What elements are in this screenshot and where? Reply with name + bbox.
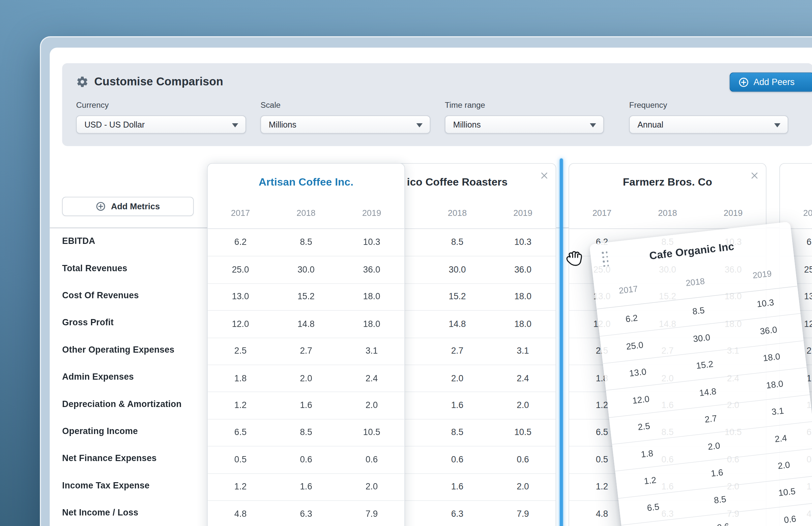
- peer-card-title: Farmerz Bros. Co: [569, 176, 766, 188]
- value-row: 6.58.510.5: [208, 419, 404, 446]
- value-cell: 36.0: [490, 265, 556, 275]
- value-cell: 1.6: [683, 464, 751, 482]
- grab-hand-cursor-icon: [563, 247, 585, 270]
- value-cell: 18.0: [490, 319, 556, 329]
- value-cell: 7.9: [339, 509, 404, 519]
- value-row: 2.52.73.1: [208, 337, 404, 365]
- value-row: 1.21.62.0: [208, 392, 404, 419]
- peer-card-title: Artisan Coffee Inc.: [208, 176, 404, 188]
- value-row: 13.015.218.0: [208, 283, 404, 310]
- year-label: 2017: [569, 208, 635, 218]
- metric-label: Admin Expenses: [50, 364, 221, 391]
- value-cell: 2.7: [677, 410, 745, 428]
- value-cell: 4.8: [208, 509, 273, 519]
- value-cell: 15.2: [273, 292, 339, 302]
- value-cell: 7.9: [490, 509, 556, 519]
- value-cell: 14.8: [674, 384, 742, 401]
- value-cell: 18.0: [738, 349, 806, 367]
- value-cell: 1.8: [613, 445, 681, 463]
- peer-card[interactable]: Artisan Coffee Inc.2017201820196.28.510.…: [207, 163, 405, 526]
- value-cell: 0.6: [273, 454, 339, 465]
- year-header-row: 201720182019: [208, 208, 404, 218]
- value-cell: 6.2: [208, 237, 273, 248]
- year-label: 2017: [594, 281, 662, 298]
- value-row: 0.50.60.6: [208, 446, 404, 473]
- close-icon[interactable]: [750, 171, 759, 180]
- year-label: 2018: [662, 274, 729, 291]
- value-cell: 10.5: [339, 427, 404, 438]
- value-cell: 2.0: [339, 400, 404, 411]
- value-row: 12.014.818.0: [208, 310, 404, 337]
- metric-labels-column: EBITDATotal RevenuesCost Of RevenuesGros…: [50, 228, 221, 526]
- value-cell: 0.6: [339, 454, 404, 465]
- value-cell: 14.8: [273, 319, 339, 329]
- value-cell: 13.0: [208, 292, 273, 302]
- value-cell: 18.0: [339, 292, 404, 302]
- value-cell: 2.0: [339, 482, 404, 492]
- value-cell: 18.0: [339, 319, 404, 329]
- value-cell: 12.0: [208, 319, 273, 329]
- value-cell: 18.0: [490, 292, 556, 302]
- value-cell: 8.5: [273, 427, 339, 438]
- app-window: Customise Comparison Add Peers Currency …: [50, 48, 812, 526]
- value-cell: 25.0: [601, 337, 669, 355]
- metric-label: EBITDA: [50, 228, 221, 255]
- close-icon[interactable]: [539, 171, 549, 180]
- value-cell: 3.1: [744, 403, 812, 421]
- value-cell: 2.0: [490, 400, 556, 411]
- value-cell: 10.5: [753, 484, 812, 502]
- screen: Customise Comparison Add Peers Currency …: [0, 0, 812, 526]
- value-cell: 36.0: [339, 265, 404, 275]
- value-cell: 8.5: [424, 237, 490, 248]
- peer-card-header[interactable]: Artisan Coffee Inc.201720182019: [208, 164, 404, 229]
- value-cell: 1.6: [273, 400, 339, 411]
- value-row: 4.86.37.9: [208, 500, 404, 526]
- value-cell: 1.2: [208, 482, 273, 492]
- value-cell: 6.5: [208, 427, 273, 438]
- value-cell: 2.4: [490, 373, 556, 383]
- peer-card[interactable]: Cafe Organic Inc2017201820196.28.510.325…: [589, 221, 812, 526]
- metric-label: Other Operating Expenses: [50, 336, 221, 364]
- year-label: 2018: [424, 208, 490, 218]
- value-row: 6.28.510.3: [208, 229, 404, 256]
- value-cell: 15.2: [671, 356, 739, 375]
- value-cell: 1.8: [208, 373, 273, 383]
- value-cell: 1.6: [424, 482, 490, 492]
- metric-label: Income Tax Expense: [50, 472, 221, 499]
- value-cell: 2.4: [339, 373, 404, 383]
- value-cell: 10.3: [731, 295, 800, 312]
- peer-card-header[interactable]: 201720182019: [780, 164, 812, 229]
- value-cell: 0.6: [424, 454, 490, 465]
- value-cell: 14.8: [424, 319, 490, 329]
- metric-label: Depreciation & Amortization: [50, 391, 221, 418]
- value-row: 25.030.036.0: [208, 256, 404, 283]
- value-cell: 0.6: [756, 511, 812, 526]
- value-cell: 3.1: [339, 346, 404, 356]
- value-cell: 8.5: [424, 427, 490, 438]
- value-cell: 0.5: [208, 454, 273, 465]
- drop-indicator-line: [560, 159, 563, 526]
- peer-card-header[interactable]: Farmerz Bros. Co201720182019: [569, 164, 766, 229]
- value-cell: 6.3: [273, 509, 339, 519]
- value-cell: 10.5: [490, 427, 556, 438]
- value-cell: 30.0: [273, 265, 339, 275]
- value-cell: 0.6: [490, 454, 556, 465]
- value-cell: 1.6: [424, 400, 490, 411]
- year-label: 2018: [635, 208, 700, 218]
- year-header-row: 201720182019: [780, 208, 812, 218]
- year-label: 2017: [780, 208, 812, 218]
- year-label: 2019: [339, 208, 404, 218]
- peer-card-values: 6.28.510.325.030.036.013.015.218.012.014…: [208, 229, 404, 526]
- year-label: 2019: [490, 208, 556, 218]
- value-cell: 30.0: [668, 330, 736, 347]
- metric-label: Total Revenues: [50, 255, 221, 282]
- value-row: 1.82.02.4: [208, 365, 404, 392]
- year-header-row: 201720182019: [569, 208, 766, 218]
- value-cell: 8.5: [665, 302, 733, 320]
- value-cell: 13.0: [604, 364, 672, 382]
- value-cell: 30.0: [424, 265, 490, 275]
- metric-label: Net Income / Loss: [50, 499, 221, 526]
- value-cell: 8.5: [686, 492, 754, 509]
- value-cell: 1.6: [273, 482, 339, 492]
- value-cell: 2.4: [747, 430, 812, 448]
